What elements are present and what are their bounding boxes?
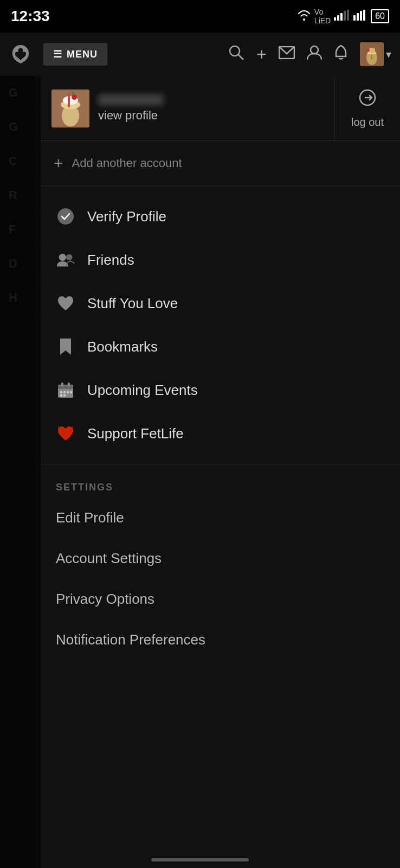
menu-item-bookmarks[interactable]: Bookmarks	[41, 325, 400, 368]
hamburger-icon: ☰	[53, 48, 62, 60]
menu-item-verify[interactable]: Verify Profile	[41, 195, 400, 238]
user-avatar-nav[interactable]: ▾	[360, 42, 391, 66]
profile-text: view profile	[98, 94, 163, 123]
svg-rect-1	[337, 15, 339, 21]
menu-section: Verify Profile Friends	[41, 186, 400, 464]
svg-point-26	[72, 94, 77, 100]
svg-point-30	[57, 208, 74, 225]
svg-point-9	[230, 46, 240, 56]
search-icon[interactable]	[228, 44, 244, 65]
home-indicator	[151, 858, 249, 861]
app-logo	[9, 42, 33, 66]
svg-line-10	[238, 55, 243, 60]
svg-rect-35	[61, 382, 63, 387]
profile-icon[interactable]	[307, 44, 322, 65]
settings-section: SETTINGS Edit Profile Account Settings P…	[41, 464, 400, 660]
menu-button[interactable]: ☰ MENU	[43, 43, 107, 66]
svg-rect-41	[60, 394, 62, 397]
menu-item-support[interactable]: Support FetLife	[41, 412, 400, 455]
svg-point-32	[66, 254, 72, 260]
status-icons: VoLiED 60	[297, 8, 389, 25]
settings-heading: SETTINGS	[41, 473, 400, 497]
svg-rect-8	[363, 10, 365, 21]
settings-item-edit-profile[interactable]: Edit Profile	[41, 497, 400, 538]
svg-rect-7	[360, 11, 362, 21]
svg-point-12	[311, 46, 318, 54]
menu-item-events[interactable]: Upcoming Events	[41, 368, 400, 412]
svg-rect-39	[67, 391, 69, 393]
svg-point-31	[59, 254, 66, 261]
privacy-options-label: Privacy Options	[56, 591, 154, 607]
logout-icon	[358, 88, 377, 112]
username-blurred	[98, 94, 163, 105]
add-account-row[interactable]: + Add another account	[41, 141, 400, 186]
menu-item-friends[interactable]: Friends	[41, 238, 400, 282]
support-label: Support FetLife	[87, 425, 184, 442]
mail-icon[interactable]	[279, 46, 295, 63]
svg-rect-42	[63, 394, 66, 397]
logout-section[interactable]: log out	[335, 76, 400, 141]
nav-icons: +	[228, 42, 391, 66]
drawer-panel: view profile log out + Add another accou…	[41, 76, 400, 868]
settings-item-privacy[interactable]: Privacy Options	[41, 579, 400, 620]
calendar-icon	[56, 380, 75, 400]
svg-rect-40	[70, 391, 72, 393]
notification-prefs-label: Notification Preferences	[56, 631, 205, 648]
profile-avatar	[51, 90, 89, 127]
svg-point-18	[366, 48, 370, 52]
wifi-icon	[297, 10, 311, 23]
battery-icon: 60	[371, 9, 389, 23]
account-settings-label: Account Settings	[56, 550, 162, 566]
friends-icon	[56, 250, 75, 270]
menu-item-stuffyoulove[interactable]: Stuff You Love	[41, 282, 400, 325]
svg-rect-5	[353, 15, 356, 21]
nav-bar: ☰ MENU +	[0, 33, 400, 76]
svg-rect-3	[344, 11, 346, 21]
signal-icon	[334, 10, 350, 23]
settings-item-account[interactable]: Account Settings	[41, 538, 400, 579]
svg-rect-37	[60, 391, 62, 393]
svg-rect-34	[58, 385, 73, 389]
svg-rect-4	[347, 10, 349, 21]
profile-section: view profile log out	[41, 76, 400, 141]
svg-rect-0	[334, 17, 336, 21]
svg-rect-2	[340, 13, 343, 21]
nav-avatar-image	[360, 42, 384, 66]
bookmark-icon	[56, 337, 75, 356]
overlay-dim[interactable]	[0, 76, 41, 868]
add-account-icon: +	[54, 154, 63, 173]
add-account-label: Add another account	[72, 156, 182, 170]
svg-rect-28	[68, 92, 70, 107]
verify-icon	[56, 207, 75, 226]
notification-icon[interactable]	[334, 44, 348, 65]
settings-item-notifications[interactable]: Notification Preferences	[41, 620, 400, 660]
dropdown-arrow-icon: ▾	[386, 48, 391, 61]
profile-info[interactable]: view profile	[41, 76, 335, 141]
add-icon[interactable]: +	[256, 44, 267, 65]
svg-rect-36	[68, 382, 70, 387]
signal2-icon	[353, 10, 367, 23]
network-indicator: VoLiED	[314, 8, 331, 25]
status-bar: 12:33 VoLiED	[0, 0, 400, 33]
stuffyoulove-label: Stuff You Love	[87, 295, 178, 312]
edit-profile-label: Edit Profile	[56, 509, 124, 526]
status-time: 12:33	[11, 8, 50, 25]
verify-label: Verify Profile	[87, 208, 166, 225]
svg-rect-38	[63, 391, 66, 393]
support-heart-icon	[56, 424, 75, 443]
friends-label: Friends	[87, 252, 134, 269]
view-profile-link[interactable]: view profile	[98, 108, 163, 123]
svg-rect-6	[357, 13, 359, 21]
bookmarks-label: Bookmarks	[87, 339, 158, 355]
events-label: Upcoming Events	[87, 382, 198, 399]
heart-icon	[56, 293, 75, 313]
drawer-overlay: view profile log out + Add another accou…	[0, 76, 400, 868]
logout-label[interactable]: log out	[351, 116, 384, 129]
